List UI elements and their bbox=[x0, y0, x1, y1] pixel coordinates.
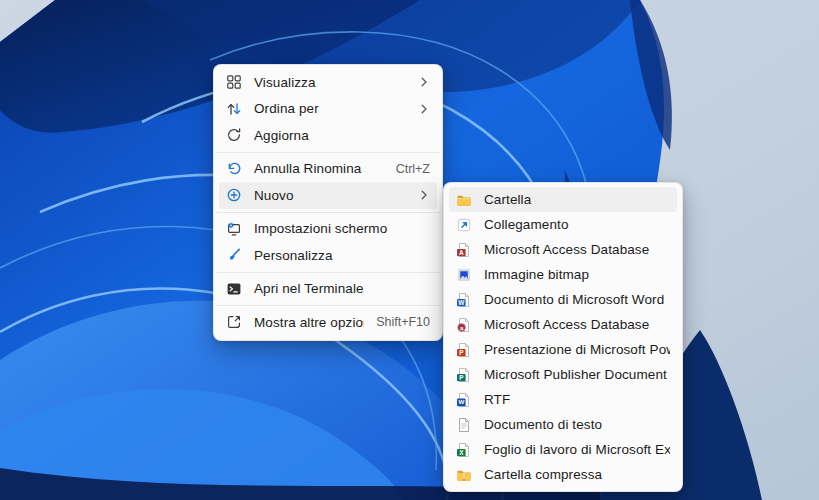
submenu-item-presentazione-di-microsoft-powerpoint[interactable]: PPresentazione di Microsoft PowerPoint bbox=[449, 337, 677, 362]
submenu-item-cartella-compressa[interactable]: Cartella compressa bbox=[449, 462, 677, 487]
sort-icon bbox=[226, 101, 242, 117]
access-icon: A bbox=[456, 242, 472, 258]
submenu-item-collegamento[interactable]: Collegamento bbox=[449, 212, 677, 237]
menu-item-label: Aggiorna bbox=[254, 128, 430, 143]
menu-item-label: Annulla Rinomina bbox=[254, 161, 384, 176]
submenu-item-microsoft-access-database[interactable]: aMicrosoft Access Database bbox=[449, 312, 677, 337]
menu-item-label: Collegamento bbox=[484, 217, 670, 232]
submenu-item-microsoft-publisher-document[interactable]: PMicrosoft Publisher Document bbox=[449, 362, 677, 387]
context-menu-item-ordina-per[interactable]: Ordina per bbox=[219, 96, 437, 123]
menu-item-label: Cartella bbox=[484, 192, 670, 207]
menu-separator bbox=[215, 152, 441, 153]
plus-circle-icon bbox=[226, 187, 242, 203]
access-legacy-icon: a bbox=[456, 317, 472, 333]
refresh-icon bbox=[226, 127, 242, 143]
menu-item-shortcut: Shift+F10 bbox=[376, 315, 430, 329]
context-menu-item-annulla-rinomina[interactable]: Annulla RinominaCtrl+Z bbox=[219, 156, 437, 183]
submenu-item-foglio-di-lavoro-di-microsoft-excel[interactable]: XFoglio di lavoro di Microsoft Excel bbox=[449, 437, 677, 462]
menu-item-label: Documento di Microsoft Word bbox=[484, 292, 670, 307]
svg-text:W: W bbox=[458, 398, 464, 405]
grid-icon bbox=[226, 74, 242, 90]
text-file-icon bbox=[456, 417, 472, 433]
menu-separator bbox=[215, 272, 441, 273]
submenu-item-microsoft-access-database[interactable]: AMicrosoft Access Database bbox=[449, 237, 677, 262]
bitmap-icon bbox=[456, 267, 472, 283]
svg-text:W: W bbox=[458, 298, 465, 305]
submenu-item-documento-di-testo[interactable]: Documento di testo bbox=[449, 412, 677, 437]
personalize-icon bbox=[226, 247, 242, 263]
submenu-item-immagine-bitmap[interactable]: Immagine bitmap bbox=[449, 262, 677, 287]
menu-item-label: Immagine bitmap bbox=[484, 267, 670, 282]
word-icon: W bbox=[456, 292, 472, 308]
context-menu-item-mostra-altre-opzioni[interactable]: Mostra altre opzioniShift+F10 bbox=[219, 309, 437, 336]
terminal-icon bbox=[226, 281, 242, 297]
svg-text:X: X bbox=[459, 448, 464, 455]
context-menu-item-impostazioni-schermo[interactable]: Impostazioni schermo bbox=[219, 216, 437, 243]
menu-item-label: Documento di testo bbox=[484, 417, 670, 432]
menu-item-label: Mostra altre opzioni bbox=[254, 315, 364, 330]
menu-item-label: Visualizza bbox=[254, 75, 406, 90]
shortcut-icon bbox=[456, 217, 472, 233]
submenu-item-rtf[interactable]: WRTF bbox=[449, 387, 677, 412]
context-menu-item-personalizza[interactable]: Personalizza bbox=[219, 242, 437, 269]
powerpoint-icon: P bbox=[456, 342, 472, 358]
svg-text:A: A bbox=[459, 248, 464, 255]
context-menu-item-aggiorna[interactable]: Aggiorna bbox=[219, 122, 437, 149]
publisher-icon: P bbox=[456, 367, 472, 383]
menu-item-label: Microsoft Publisher Document bbox=[484, 367, 670, 382]
menu-item-label: Personalizza bbox=[254, 248, 430, 263]
menu-item-label: Foglio di lavoro di Microsoft Excel bbox=[484, 442, 670, 457]
menu-item-label: Nuovo bbox=[254, 188, 406, 203]
rtf-icon: W bbox=[456, 392, 472, 408]
menu-item-label: Cartella compressa bbox=[484, 467, 670, 482]
chevron-right-icon bbox=[418, 189, 430, 201]
menu-separator bbox=[215, 305, 441, 306]
menu-item-label: Presentazione di Microsoft PowerPoint bbox=[484, 342, 670, 357]
menu-separator bbox=[215, 212, 441, 213]
menu-item-label: Microsoft Access Database bbox=[484, 317, 670, 332]
excel-icon: X bbox=[456, 442, 472, 458]
new-submenu: CartellaCollegamentoAMicrosoft Access Da… bbox=[443, 182, 683, 492]
expand-icon bbox=[226, 314, 242, 330]
menu-item-label: Apri nel Terminale bbox=[254, 281, 430, 296]
submenu-item-documento-di-microsoft-word[interactable]: WDocumento di Microsoft Word bbox=[449, 287, 677, 312]
context-menu-item-apri-nel-terminale[interactable]: Apri nel Terminale bbox=[219, 276, 437, 303]
context-menu: VisualizzaOrdina perAggiornaAnnulla Rino… bbox=[213, 64, 443, 341]
chevron-right-icon bbox=[418, 76, 430, 88]
submenu-item-cartella[interactable]: Cartella bbox=[449, 187, 677, 212]
chevron-right-icon bbox=[418, 103, 430, 115]
menu-item-label: RTF bbox=[484, 392, 670, 407]
context-menu-item-visualizza[interactable]: Visualizza bbox=[219, 69, 437, 96]
folder-icon bbox=[456, 192, 472, 208]
menu-item-label: Impostazioni schermo bbox=[254, 221, 430, 236]
context-menu-item-nuovo[interactable]: Nuovo bbox=[219, 182, 437, 209]
undo-icon bbox=[226, 161, 242, 177]
desktop: VisualizzaOrdina perAggiornaAnnulla Rino… bbox=[0, 0, 819, 500]
menu-item-label: Microsoft Access Database bbox=[484, 242, 670, 257]
svg-text:P: P bbox=[459, 373, 464, 380]
svg-text:P: P bbox=[459, 348, 464, 355]
menu-item-shortcut: Ctrl+Z bbox=[396, 162, 430, 176]
zip-folder-icon bbox=[456, 467, 472, 483]
menu-item-label: Ordina per bbox=[254, 101, 406, 116]
display-settings-icon bbox=[226, 221, 242, 237]
